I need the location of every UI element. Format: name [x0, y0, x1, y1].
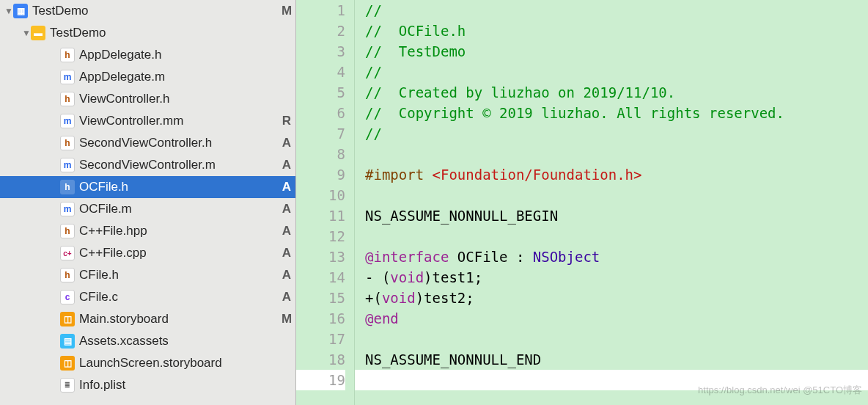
disclosure-triangle-icon[interactable]: ▼ — [4, 6, 13, 16]
file-name-label: AppDelegate.m — [79, 70, 278, 84]
file-tree-item[interactable]: ≣Info.plist — [0, 374, 295, 396]
file-tree-item[interactable]: ▼▦TestDemoM — [0, 0, 295, 22]
line-number: 12 — [296, 226, 345, 247]
scm-status-badge: R — [278, 114, 295, 128]
code-line[interactable]: NS_ASSUME_NONNULL_BEGIN — [365, 205, 868, 226]
token-pp: #import — [365, 167, 433, 183]
file-name-label: LaunchScreen.storyboard — [79, 356, 278, 371]
xc-file-icon: ▤ — [60, 334, 75, 349]
file-tree-item[interactable]: hViewController.h — [0, 88, 295, 110]
line-number-gutter: 12345678910111213141516171819 — [296, 0, 355, 405]
token-type: NSObject — [533, 249, 600, 265]
code-area[interactable]: //// OCFile.h// TestDemo//// Created by … — [355, 0, 868, 405]
code-line[interactable]: +(void)test2; — [365, 288, 868, 308]
token-comment: // Copyright © 2019 liuzhao. All rights … — [365, 105, 784, 121]
scm-status-badge: A — [278, 158, 295, 172]
code-line[interactable]: #import <Foundation/Foundation.h> — [365, 164, 868, 185]
code-editor[interactable]: 12345678910111213141516171819 //// OCFil… — [296, 0, 868, 405]
file-name-label: Assets.xcassets — [79, 334, 278, 349]
proj-file-icon: ▦ — [13, 4, 28, 18]
token-comment: // TestDemo — [365, 43, 466, 59]
code-line[interactable]: // TestDemo — [365, 41, 868, 62]
scm-status-badge: A — [278, 268, 295, 282]
line-number: 10 — [296, 185, 345, 205]
file-tree-item[interactable]: hCFile.hA — [0, 264, 295, 286]
h-file-icon: h — [60, 136, 75, 150]
token-black: +( — [365, 290, 382, 306]
code-line[interactable] — [365, 144, 868, 164]
line-number: 6 — [296, 103, 345, 123]
c-file-icon: c — [60, 290, 75, 304]
code-line[interactable] — [365, 226, 868, 247]
code-line[interactable]: NS_ASSUME_NONNULL_END — [365, 349, 868, 370]
file-name-label: TestDemo — [50, 26, 278, 40]
code-line[interactable] — [365, 185, 868, 205]
disclosure-triangle-icon[interactable]: ▼ — [22, 28, 31, 38]
line-number: 2 — [296, 21, 345, 41]
code-line[interactable]: // — [365, 62, 868, 82]
scm-status-badge: A — [278, 224, 295, 238]
scm-status-badge: A — [278, 136, 295, 150]
project-navigator[interactable]: ▼▦TestDemoM▼▬TestDemohAppDelegate.hmAppD… — [0, 0, 296, 405]
file-tree-item[interactable]: mOCFile.mA — [0, 198, 295, 220]
token-comment: // Created by liuzhao on 2019/11/10. — [365, 84, 675, 101]
code-line[interactable] — [365, 329, 868, 349]
file-name-label: SecondViewController.h — [79, 136, 278, 150]
code-line[interactable]: @interface OCFile : NSObject — [365, 247, 868, 267]
line-number: 3 — [296, 41, 345, 62]
h-file-icon: h — [60, 268, 75, 282]
h-file-icon: h — [60, 48, 75, 62]
scm-status-badge: A — [278, 202, 295, 216]
file-tree-item[interactable]: hC++File.hppA — [0, 220, 295, 242]
line-number: 14 — [296, 267, 345, 288]
file-tree-item[interactable]: cCFile.cA — [0, 286, 295, 308]
token-black: NS_ASSUME_NONNULL_BEGIN — [365, 208, 558, 224]
file-tree-item[interactable]: mSecondViewController.mA — [0, 154, 295, 176]
token-kw2: void — [382, 290, 416, 306]
file-name-label: AppDelegate.h — [79, 48, 278, 62]
token-black: )test2; — [416, 290, 474, 306]
folder-file-icon: ▬ — [31, 26, 45, 40]
cpp-file-icon: c+ — [60, 246, 75, 260]
file-tree-item[interactable]: hSecondViewController.hA — [0, 132, 295, 154]
scm-status-badge: A — [278, 180, 295, 194]
line-number: 13 — [296, 247, 345, 267]
line-number: 4 — [296, 62, 345, 82]
token-black: OCFile : — [449, 249, 532, 265]
scm-status-badge: A — [278, 290, 295, 304]
line-number: 8 — [296, 144, 345, 164]
scm-status-badge: M — [278, 312, 295, 326]
token-black: NS_ASSUME_NONNULL_END — [365, 351, 541, 368]
file-tree-item[interactable]: ▤Assets.xcassets — [0, 330, 295, 352]
file-tree-item[interactable]: ◫Main.storyboardM — [0, 308, 295, 330]
file-tree-item[interactable]: hOCFile.hA — [0, 176, 295, 198]
scm-status-badge: M — [278, 4, 295, 18]
file-name-label: Main.storyboard — [79, 312, 278, 326]
pl-file-icon: ≣ — [60, 378, 75, 393]
code-line[interactable]: // Copyright © 2019 liuzhao. All rights … — [365, 103, 868, 123]
line-number: 1 — [296, 0, 345, 21]
file-tree-item[interactable]: ◫LaunchScreen.storyboard — [0, 352, 295, 374]
file-name-label: ViewController.mm — [79, 114, 278, 128]
sb-file-icon: ◫ — [60, 356, 75, 371]
code-line[interactable]: - (void)test1; — [365, 267, 868, 288]
code-line[interactable]: @end — [365, 308, 868, 329]
code-line[interactable]: // OCFile.h — [365, 21, 868, 41]
file-tree-item[interactable]: ▼▬TestDemo — [0, 22, 295, 44]
code-line[interactable]: // Created by liuzhao on 2019/11/10. — [365, 82, 868, 103]
file-tree-item[interactable]: mAppDelegate.m — [0, 66, 295, 88]
h-file-icon: h — [60, 180, 75, 194]
watermark: https://blog.csdn.net/wei @51CTO博客 — [698, 380, 862, 401]
token-black: - ( — [365, 269, 390, 285]
file-tree-item[interactable]: mViewController.mmR — [0, 110, 295, 132]
m-file-icon: m — [60, 70, 75, 84]
file-tree-item[interactable]: c+C++File.cppA — [0, 242, 295, 264]
line-number: 17 — [296, 329, 345, 349]
file-name-label: CFile.h — [79, 268, 278, 282]
file-tree-item[interactable]: hAppDelegate.h — [0, 44, 295, 66]
code-line[interactable]: // — [365, 0, 868, 21]
m-file-icon: m — [60, 202, 75, 216]
code-line[interactable]: // — [365, 123, 868, 144]
token-str: <Foundation/Foundation.h> — [433, 167, 642, 183]
token-kw: @interface — [365, 249, 449, 265]
